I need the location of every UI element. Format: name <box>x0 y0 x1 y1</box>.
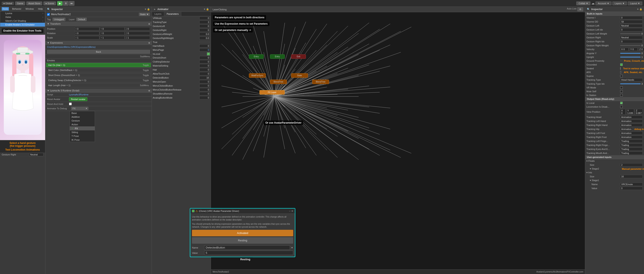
reset-hold-checkbox[interactable] <box>69 103 72 105</box>
layer-dropdown[interactable]: Default <box>76 18 87 21</box>
reset-hold-label: Reset And Hold <box>47 103 68 105</box>
window-menu-item[interactable]: Window <box>25 7 34 10</box>
tools-item-emulator[interactable]: Enable Avatars 3.0 Emulator <box>0 23 45 26</box>
tools-item-xieke[interactable]: Xieke › <box>0 15 45 19</box>
additive-item[interactable]: Additive <box>70 115 95 119</box>
expressions-header[interactable]: ▼ Expressions ⊕ <box>45 41 152 45</box>
hair-length-entry[interactable]: Hair Length (Hair = 1) SubMenu <box>46 83 151 87</box>
script-value[interactable]: LyumaAv3Runtime <box>69 93 88 96</box>
inspector-lock-icon[interactable]: 🔒 <box>147 8 150 10</box>
object-active-checkbox[interactable] <box>47 13 50 16</box>
hat-on-entry[interactable]: Hat On (Hat = 1) Toggle <box>46 63 151 67</box>
sitting-item[interactable]: Sitting <box>70 130 95 134</box>
supine-checkbox[interactable] <box>620 75 623 77</box>
ri-tracking-right-foot: Tracking Right Foot Animation <box>585 135 644 139</box>
angular-y-slider[interactable] <box>620 53 640 54</box>
collab-button[interactable]: Collab ▼ <box>576 1 590 5</box>
svg-line-125 <box>274 97 338 157</box>
animator-debug-dropdown[interactable]: FX ▼ <box>71 107 88 110</box>
svg-line-122 <box>274 97 306 148</box>
rotation-x[interactable]: X0 <box>74 32 99 35</box>
svg-line-93 <box>274 97 338 115</box>
vr-mode-checkbox[interactable] <box>620 86 623 89</box>
base-item[interactable]: Base <box>70 111 95 115</box>
runtime-header[interactable]: ▼ Lyuma Av 3 Runtime (Script) ⊕ <box>45 89 152 93</box>
islocal-check[interactable]: ✓ <box>207 52 210 55</box>
position-y[interactable]: Y0 <box>100 27 125 30</box>
gesture-right-weight-slider[interactable] <box>620 45 640 46</box>
back-button[interactable]: Back <box>47 50 150 54</box>
play-button[interactable]: ▶ <box>57 1 63 6</box>
ri-tracking-eyes: Tracking Eyes And E... Trading <box>585 147 644 151</box>
clothing-swap-entry[interactable]: Clothing Swap (ClothingSelector = 1) Tog… <box>46 78 151 82</box>
scale-z[interactable]: Z1 <box>125 36 150 39</box>
scale-x[interactable]: X1 <box>74 36 99 39</box>
rotation-z[interactable]: Z0 <box>125 32 150 35</box>
afk-checkbox[interactable] <box>620 71 621 74</box>
animator-lock-icon[interactable]: 🔒 <box>206 8 209 10</box>
behavior-menu-item[interactable]: Behavior <box>12 7 22 10</box>
ri-in-station: In Station <box>585 93 644 97</box>
short-dress-type: Toggle <box>143 74 149 76</box>
tools-item-silent[interactable]: Silent's Cel Shading › <box>0 19 45 23</box>
rotation-y[interactable]: Y0 <box>100 32 125 35</box>
asset-store-btn[interactable]: Asset Store <box>26 1 42 5</box>
pause-button[interactable]: ⏸ <box>63 1 68 6</box>
right-inspector-menu-icon[interactable]: ≡ <box>637 8 638 10</box>
game-btn[interactable]: Game <box>15 1 25 5</box>
resting-bar[interactable]: Resting <box>192 237 293 244</box>
fx-dropdown-container: Base Additive Gesture Action ✓ FX Sittin… <box>70 111 95 142</box>
gesture-item[interactable]: Gesture <box>70 119 95 123</box>
account-dropdown[interactable]: Account ▼ <box>596 1 612 5</box>
step-button[interactable]: ⏭ <box>69 1 74 6</box>
scene-settings-btn[interactable]: ⚙ <box>577 7 583 11</box>
animator-menu-icon[interactable]: ≡ <box>204 8 205 10</box>
popup-value-input[interactable] <box>204 251 293 255</box>
popup-min-icon[interactable]: − <box>289 210 290 213</box>
in-station-checkbox[interactable] <box>620 94 623 97</box>
svg-rect-13 <box>31 76 36 93</box>
layout-dropdown[interactable]: Layout ▼ <box>628 1 642 5</box>
seated-checkbox[interactable] <box>620 67 620 70</box>
tab-parameters[interactable]: Parameters <box>164 12 182 16</box>
scene-btn[interactable]: ● Scene <box>44 1 56 5</box>
svg-line-102 <box>253 97 274 130</box>
fx-dropdown: Base Additive Gesture Action ✓ FX Sittin… <box>70 111 95 142</box>
gesture-left-weight-slider[interactable] <box>620 33 640 34</box>
position-z[interactable]: Z0 <box>125 27 150 30</box>
right-inspector-lock-icon[interactable]: 🔒 <box>639 8 642 10</box>
help-menu-item[interactable]: Help <box>37 7 44 10</box>
position-x[interactable]: X0 <box>74 27 99 30</box>
popup-close-icon[interactable]: ✕ <box>291 210 293 213</box>
upright-slider[interactable] <box>620 57 640 57</box>
tools-menu-item[interactable]: Tools <box>2 7 9 10</box>
scale-y[interactable]: Y1 <box>100 36 125 39</box>
expressions-menu-value[interactable]: CrumExpressionMenu (VRCExpressionsMenu) <box>47 46 96 48</box>
short-dress-entry[interactable]: Short Dress (DressIsShort = 1) Toggle <box>46 73 151 77</box>
action-item[interactable]: Action <box>70 123 95 126</box>
tools-item-lyuma[interactable]: Lyuma › <box>0 11 45 15</box>
restart-avatar-btn[interactable]: Restart avatar <box>69 97 87 101</box>
inspector-menu-icon[interactable]: ≡ <box>145 8 146 10</box>
svg-line-96 <box>274 97 369 107</box>
transform-header[interactable]: ▼ Transform ⊕ <box>45 22 152 26</box>
grounded-checkbox[interactable] <box>620 63 623 66</box>
is-local-checkbox[interactable]: ✓ <box>620 102 623 104</box>
gesture-right-value[interactable]: Neutral <box>29 153 44 156</box>
tracking-type-slider[interactable] <box>620 83 640 84</box>
locomotion-checkbox[interactable] <box>620 106 623 108</box>
fx-item[interactable]: ✓ FX <box>70 126 95 130</box>
popup-active-checkbox[interactable] <box>192 210 194 212</box>
static-label[interactable]: Static ▼ <box>139 13 150 16</box>
mute-self-checkbox[interactable] <box>620 90 623 93</box>
ikpose-item[interactable]: IK Pose <box>70 138 95 142</box>
layers-dropdown[interactable]: Layers ▼ <box>612 1 627 5</box>
skirt-color-entry[interactable]: Skirt Color (SkirtIsBlack = 1) Toggle <box>46 68 151 72</box>
tpose-item[interactable]: T Pose <box>70 134 95 138</box>
tag-dropdown[interactable]: Untagged <box>52 18 66 21</box>
tab-layers[interactable]: Layers <box>152 12 164 16</box>
param-hair: Hair 0 <box>152 68 211 72</box>
popup-name-input[interactable] <box>204 245 290 250</box>
animator-header: ► Animator ≡ 🔒 <box>152 7 211 12</box>
activated-bar[interactable]: Activated <box>192 230 293 236</box>
